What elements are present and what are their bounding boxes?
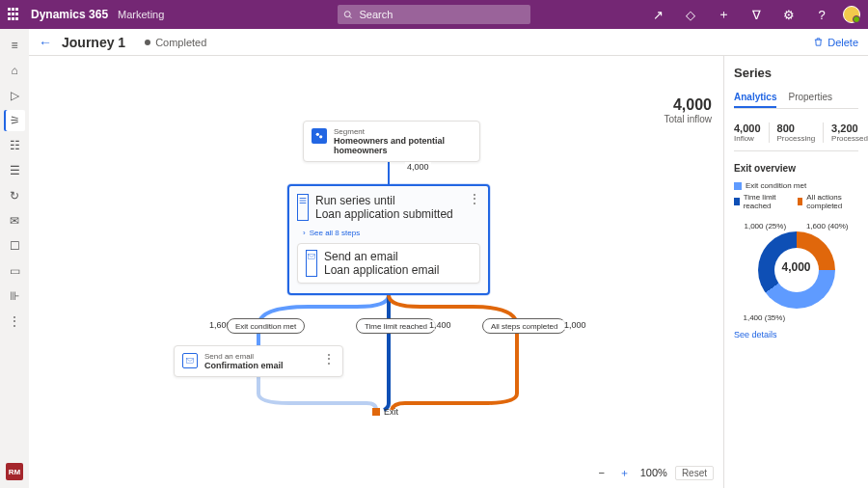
swatch-icon xyxy=(734,198,740,205)
donut-label-darkblue: 1,400 (35%) xyxy=(744,313,786,322)
node-exit[interactable]: Exit xyxy=(372,407,398,417)
tab-analytics[interactable]: Analytics xyxy=(734,92,776,108)
zoom-in-button[interactable]: ＋ xyxy=(617,465,633,480)
branch2-count: 1,400 xyxy=(427,320,453,330)
persona-badge[interactable]: RM xyxy=(6,463,23,480)
zoom-toolbar: − ＋ 100% Reset xyxy=(594,465,714,480)
nav-forms[interactable]: ▭ xyxy=(4,260,25,282)
module-name: Marketing xyxy=(118,9,164,20)
kpi-inflow-label: Inflow xyxy=(734,134,761,143)
inner-step-title: Loan application email xyxy=(324,263,439,277)
left-nav: ≡ ⌂ ▷ ⚞ ☷ ☰ ↻ ✉ ☐ ▭ ⊪ ⋮ RM xyxy=(0,29,29,488)
see-details-link[interactable]: See details xyxy=(734,330,858,339)
status-label: Completed xyxy=(155,37,206,48)
search-icon xyxy=(343,10,353,20)
confirm-title: Confirmation email xyxy=(204,361,284,370)
node-segment[interactable]: Segment Homeowners and potential homeown… xyxy=(303,121,480,162)
kpi-processed-value: 3,200 xyxy=(831,122,868,134)
branch-all-steps-completed[interactable]: All steps completed xyxy=(482,318,566,334)
series-icon xyxy=(297,194,309,221)
legend-exit-condition: Exit condition met xyxy=(734,181,806,190)
lightbulb-icon[interactable]: ◇ xyxy=(679,3,702,26)
panel-tabs: Analytics Properties xyxy=(734,92,858,109)
exit-overview-chart: 4,000 1,000 (25%) 1,600 (40%) 1,400 (35%… xyxy=(748,222,845,318)
global-search[interactable] xyxy=(338,5,530,24)
zoom-out-button[interactable]: − xyxy=(594,465,610,480)
svg-rect-5 xyxy=(308,255,315,259)
exit-label: Exit xyxy=(384,407,398,417)
kpi-row: 4,000 Inflow 800 Processing 3,200 Proces… xyxy=(734,122,858,143)
journey-canvas[interactable]: Segment Homeowners and potential homeown… xyxy=(29,56,723,488)
delete-label: Delete xyxy=(827,37,858,48)
app-name: Dynamics 365 xyxy=(31,8,108,21)
help-icon[interactable]: ? xyxy=(810,3,833,26)
exit-overview-legend: Exit condition met Time limit reached Al… xyxy=(734,181,858,210)
nav-run[interactable]: ▷ xyxy=(4,85,25,106)
segment-title: Homeowners and potential homeowners xyxy=(334,136,472,155)
branch-time-limit-reached[interactable]: Time limit reached xyxy=(356,318,436,334)
nav-hamburger[interactable]: ≡ xyxy=(4,35,25,56)
details-panel: Series Analytics Properties 4,000 Inflow… xyxy=(723,56,868,488)
search-input[interactable] xyxy=(358,8,526,21)
nav-home[interactable]: ⌂ xyxy=(4,60,25,81)
nav-more[interactable]: ⋮ xyxy=(4,311,25,332)
svg-point-3 xyxy=(316,133,319,136)
email-icon xyxy=(182,353,198,368)
svg-rect-6 xyxy=(186,359,194,364)
branch2-label: Time limit reached xyxy=(365,322,427,331)
confirm-type: Send an email xyxy=(204,352,284,361)
legend-all-actions: All actions completed xyxy=(798,193,858,210)
add-icon[interactable]: ＋ xyxy=(712,3,735,26)
trash-icon xyxy=(813,37,824,47)
node-series[interactable]: Run series until Loan application submit… xyxy=(287,184,490,295)
segment-outflow-count: 4,000 xyxy=(405,162,431,172)
nav-journeys[interactable]: ⚞ xyxy=(4,110,25,131)
email-icon xyxy=(306,250,317,277)
page-title: Journey 1 xyxy=(62,35,125,50)
nav-reports[interactable]: ⊪ xyxy=(4,285,25,307)
filter-icon[interactable]: ∇ xyxy=(745,3,768,26)
nav-mail[interactable]: ✉ xyxy=(4,210,25,231)
zoom-reset-button[interactable]: Reset xyxy=(675,466,714,480)
settings-icon[interactable]: ⚙ xyxy=(777,3,800,26)
exit-overview-title: Exit overview xyxy=(734,163,858,174)
kpi-inflow-value: 4,000 xyxy=(734,122,761,134)
app-launcher-icon[interactable] xyxy=(8,8,21,21)
branch-exit-condition-met[interactable]: Exit condition met xyxy=(227,318,305,334)
donut-center-value: 4,000 xyxy=(748,260,845,274)
back-button[interactable]: ← xyxy=(39,35,52,50)
user-avatar[interactable] xyxy=(843,6,860,23)
delete-button[interactable]: Delete xyxy=(813,37,858,48)
kpi-processing-value: 800 xyxy=(777,122,816,134)
global-header: Dynamics 365 Marketing ↗ ◇ ＋ ∇ ⚙ ? xyxy=(0,0,868,29)
svg-point-0 xyxy=(345,11,351,16)
journey-status: Completed xyxy=(145,37,206,48)
nav-contacts[interactable]: ☰ xyxy=(4,160,25,181)
series-more-button[interactable]: ⋮ xyxy=(469,192,480,205)
branch3-count: 1,000 xyxy=(562,320,588,330)
branch1-label: Exit condition met xyxy=(235,322,296,331)
exit-icon xyxy=(372,408,380,416)
nav-refresh[interactable]: ↻ xyxy=(4,185,25,206)
branch3-label: All steps completed xyxy=(491,322,557,331)
series-inner-step[interactable]: Send an email Loan application email xyxy=(297,243,480,284)
zoom-level: 100% xyxy=(640,467,667,478)
series-expand-steps[interactable]: See all 8 steps xyxy=(303,229,480,237)
series-type: Run series until xyxy=(315,194,453,207)
kpi-processed-label: Processed xyxy=(831,134,868,143)
kpi-inflow: 4,000 Inflow xyxy=(734,122,761,143)
node-confirmation-email[interactable]: Send an email Confirmation email ⋮ xyxy=(174,345,343,377)
nav-phone[interactable]: ☐ xyxy=(4,235,25,257)
panel-title: Series xyxy=(734,66,858,80)
tab-properties[interactable]: Properties xyxy=(788,92,832,108)
status-dot-icon xyxy=(145,40,150,45)
inner-step-type: Send an email xyxy=(324,250,439,263)
svg-point-4 xyxy=(319,135,322,138)
kpi-processing: 800 Processing xyxy=(769,122,816,143)
confirm-more-button[interactable]: ⋮ xyxy=(323,352,335,366)
nav-segments[interactable]: ☷ xyxy=(4,135,25,156)
share-icon[interactable]: ↗ xyxy=(646,3,669,26)
legend-time-limit: Time limit reached xyxy=(734,193,788,210)
svg-line-1 xyxy=(350,15,352,17)
legend-l3-label: All actions completed xyxy=(806,193,858,210)
